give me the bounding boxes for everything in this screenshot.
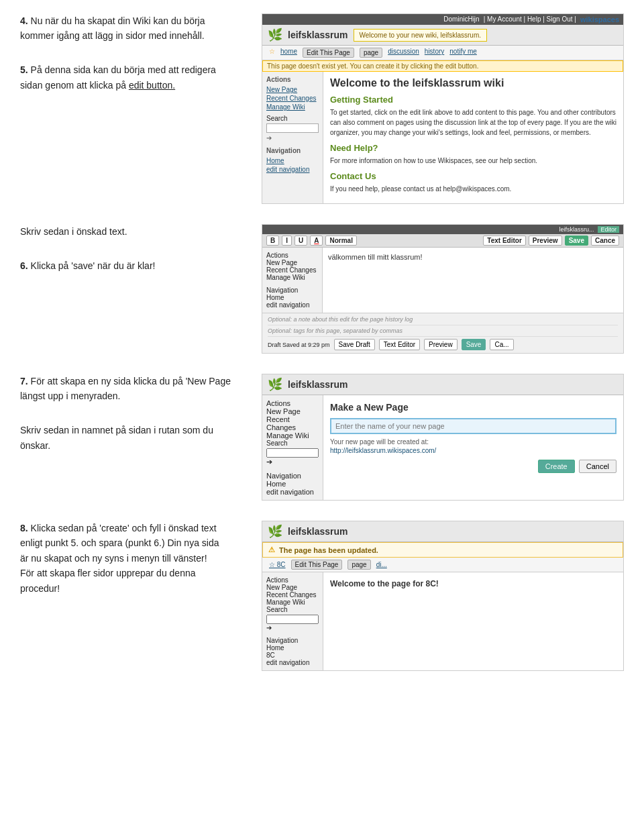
newpage-screenshot: 🌿 leifsklassrum Actions New Page Recent …	[262, 374, 624, 501]
editor-edit-nav-link[interactable]: edit navigation	[266, 301, 310, 309]
save-btn[interactable]: Save	[565, 236, 588, 246]
editor-recent-changes-link[interactable]: Recent Changes	[266, 266, 317, 274]
getting-started-heading: Getting Started	[330, 95, 616, 105]
footer-actions: Draft Saved at 9:29 pm Save Draft Text E…	[268, 339, 618, 350]
new-page-link[interactable]: New Page	[266, 86, 319, 93]
size-dropdown[interactable]: Normal	[325, 236, 356, 246]
nav-section: Navigation Home edit navigation	[266, 147, 319, 173]
recent-changes-link[interactable]: Recent Changes	[266, 95, 319, 102]
editor-home-link[interactable]: Home	[266, 294, 284, 301]
updated-manage-wiki-link[interactable]: Manage Wiki	[266, 599, 305, 606]
nav-title: Navigation	[266, 147, 319, 154]
editor-actions-title: Actions	[266, 252, 318, 259]
search-arrow-icon[interactable]: ➔	[266, 134, 319, 142]
updated-sidebar: Actions New Page Recent Changes Manage W…	[262, 572, 323, 670]
page-btn[interactable]: page	[360, 48, 382, 58]
cancel-btn[interactable]: Cance	[591, 236, 619, 246]
editor-manage-wiki-link[interactable]: Manage Wiki	[266, 274, 305, 281]
updated-edit-nav-link[interactable]: edit navigation	[266, 659, 310, 666]
updated-search-label: Search	[266, 606, 319, 613]
updated-sidebar-home-link[interactable]: Home	[266, 644, 284, 652]
discussion-link[interactable]: discussion	[388, 48, 419, 58]
footer-cancel-btn[interactable]: Ca...	[490, 339, 513, 350]
footer-preview-btn[interactable]: Preview	[424, 339, 458, 350]
preview-btn[interactable]: Preview	[529, 236, 562, 246]
newpage-recent-changes-link[interactable]: Recent Changes	[266, 415, 296, 431]
section-4-5: 4. Nu när du ha skapat din Wiki kan du b…	[20, 13, 624, 204]
edit-navigation-link[interactable]: edit navigation	[266, 166, 319, 173]
bold-btn[interactable]: B	[266, 236, 279, 246]
newpage-actions: Create Cancel	[330, 460, 616, 473]
updated-discussion-link[interactable]: di...	[376, 561, 387, 568]
updated-content: Welcome to the page for 8C!	[323, 572, 623, 670]
newpage-search-arrow-icon[interactable]: ➔	[266, 458, 319, 466]
italic-btn[interactable]: I	[282, 236, 292, 246]
draft-saved-text: Draft Saved at 9:29 pm	[268, 342, 330, 348]
home-sidebar-link[interactable]: Home	[266, 157, 319, 164]
updated-new-page-link[interactable]: New Page	[266, 584, 297, 591]
need-help-text: For more information on how to use Wikis…	[330, 156, 616, 166]
updated-edit-btn[interactable]: Edit This Page	[291, 560, 343, 570]
section-6: Skriv sedan i önskad text. 6. Klicka på …	[20, 224, 624, 354]
wiki-nav-bar: ☆ home Edit This Page page discussion hi…	[262, 46, 623, 60]
updated-nav-bar: ☆ 8C Edit This Page page di...	[262, 558, 623, 572]
home-nav-link[interactable]: home	[280, 48, 297, 58]
underline-btn[interactable]: U	[294, 236, 307, 246]
search-area: Search ➔	[266, 115, 319, 142]
text-editor-btn[interactable]: Text Editor	[483, 236, 525, 246]
history-link[interactable]: history	[425, 48, 444, 58]
created-url: http://leifsklassrum.wikispaces.com/	[330, 447, 616, 454]
save-draft-btn[interactable]: Save Draft	[334, 339, 375, 350]
editor-welcome-text: välkommen till mitt klassrum!	[328, 253, 618, 261]
section-7: 7. För att skapa en ny sida klicka du på…	[20, 374, 624, 501]
newpage-search-input[interactable]	[266, 448, 319, 458]
newpage-sidebar: Actions New Page Recent Changes Manage W…	[262, 395, 323, 500]
newpage-logo-icon: 🌿	[268, 377, 282, 392]
footer-text-editor-btn[interactable]: Text Editor	[379, 339, 420, 350]
section-8: 8. Klicka sedan på 'create' och fyll i ö…	[20, 521, 624, 671]
updated-banner: ⚠ The page has been updated.	[262, 542, 623, 558]
updated-recent-changes-link[interactable]: Recent Changes	[266, 591, 317, 599]
create-btn[interactable]: Create	[538, 460, 575, 473]
cancel-btn[interactable]: Cancel	[579, 460, 616, 473]
wiki-page-title: Welcome to the leifsklassrum wiki	[330, 77, 616, 89]
newpage-nav-title: Navigation	[266, 472, 319, 480]
search-label: Search	[266, 115, 319, 122]
newpage-content: Make a New Page Your new page will be cr…	[323, 395, 623, 500]
text-col-8: 8. Klicka sedan på 'create' och fyll i ö…	[20, 521, 248, 600]
newpage-edit-nav-link[interactable]: edit navigation	[266, 488, 314, 496]
newpage-actions-title: Actions	[266, 399, 319, 407]
updated-8c-link[interactable]: 8C	[266, 652, 275, 659]
updated-actions-title: Actions	[266, 576, 319, 584]
notify-me-link[interactable]: notify me	[449, 48, 477, 58]
new-page-name-input[interactable]	[330, 418, 616, 434]
text-col-7: 7. För att skapa en ny sida klicka du på…	[20, 374, 248, 457]
updated-home-nav-link[interactable]: ☆ 8C	[269, 561, 286, 568]
updated-header: 🌿 leifsklassrum	[262, 521, 623, 542]
text-col-6: Skriv sedan i önskad text. 6. Klicka på …	[20, 224, 248, 277]
step4-text: 4. Nu när du ha skapat din Wiki kan du b…	[20, 13, 248, 44]
search-input[interactable]	[266, 123, 319, 133]
newpage-new-page-link[interactable]: New Page	[266, 407, 301, 415]
newpage-home-link[interactable]: Home	[266, 480, 286, 488]
step8-text: 8. Klicka sedan på 'create' och fyll i ö…	[20, 521, 248, 596]
manage-wiki-link[interactable]: Manage Wiki	[266, 103, 319, 111]
wiki-sidebar: Actions New Page Recent Changes Manage W…	[262, 72, 323, 203]
footer-save-btn[interactable]: Save	[462, 339, 486, 350]
updated-site-name: leifsklassrum	[288, 526, 348, 537]
updated-welcome-text: Welcome to the page for 8C!	[330, 579, 616, 588]
color-btn[interactable]: A	[310, 236, 323, 246]
updated-search-arrow-icon[interactable]: ➔	[266, 624, 319, 631]
wiki-logo-icon: 🌿	[268, 28, 282, 42]
footer-optional-1: Optional: a note about this edit for the…	[268, 316, 618, 325]
editor-new-page-link[interactable]: New Page	[266, 259, 297, 266]
wiki-content: Welcome to the leifsklassrum wiki Gettin…	[323, 72, 623, 203]
newpage-manage-wiki-link[interactable]: Manage Wiki	[266, 431, 309, 439]
updated-banner-text: The page has been updated.	[279, 546, 378, 554]
page-wrapper: 4. Nu när du ha skapat din Wiki kan du b…	[0, 0, 644, 684]
edit-this-page-btn[interactable]: Edit This Page	[303, 48, 354, 58]
updated-page-btn[interactable]: page	[347, 560, 370, 570]
wiki-header: 🌿 leifsklassrum Welcome to your new wiki…	[262, 25, 623, 46]
updated-search-input[interactable]	[266, 615, 319, 624]
editor-screenshot: leifsklassru... Editor B I U A Normal Te…	[262, 224, 624, 354]
